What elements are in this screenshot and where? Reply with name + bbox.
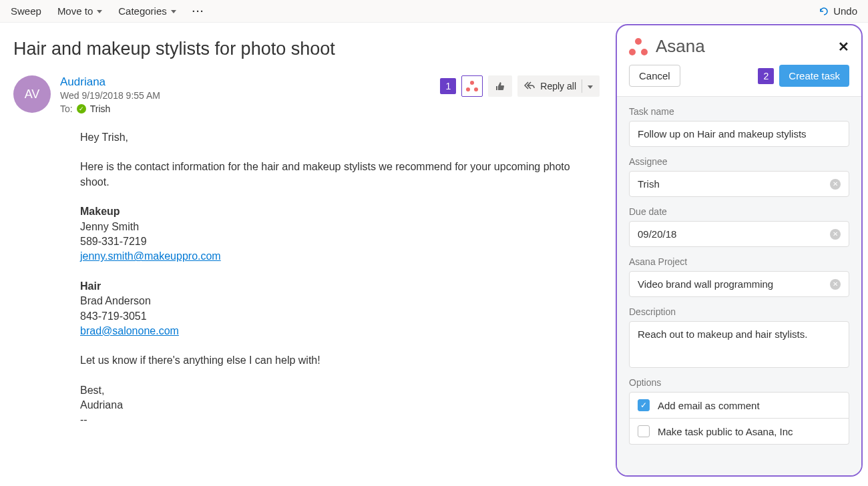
- assignee-value: Trish: [638, 178, 660, 190]
- like-button[interactable]: [488, 75, 512, 97]
- hair-heading: Hair: [80, 279, 600, 294]
- close-button[interactable]: ✕: [838, 39, 849, 55]
- email-subject: Hair and makeup stylists for photo shoot: [13, 39, 600, 59]
- project-value: Video brand wall programming: [638, 278, 773, 290]
- more-button[interactable]: ···: [192, 5, 205, 17]
- asana-panel-title: Asana: [656, 36, 705, 57]
- due-date-input[interactable]: 09/20/18 ✕: [629, 221, 849, 247]
- option-add-email[interactable]: ✓ Add email as comment: [629, 392, 849, 419]
- create-task-button[interactable]: Create task: [779, 65, 849, 87]
- asana-form: Task name Follow up on Hair and makeup s…: [617, 96, 861, 475]
- email-header: AV Audriana Wed 9/19/2018 9:55 AM To: ✓ …: [13, 75, 600, 114]
- asana-logo-icon: [629, 38, 648, 55]
- body-closing: Let us know if there's anything else I c…: [80, 353, 600, 368]
- body-intro: Here is the contact information for the …: [80, 160, 600, 190]
- reply-all-label: Reply all: [540, 81, 576, 91]
- reply-all-icon: [524, 81, 535, 91]
- hair-name: Brad Anderson: [80, 294, 600, 308]
- undo-label: Undo: [833, 5, 857, 17]
- description-input[interactable]: Reach out to makeup and hair stylists.: [629, 321, 849, 368]
- callout-badge-2: 2: [758, 68, 774, 84]
- sender-name[interactable]: Audriana: [60, 75, 160, 89]
- checkbox-icon[interactable]: [638, 425, 650, 437]
- signoff-best: Best,: [80, 383, 600, 398]
- thumbs-up-icon: [495, 81, 505, 91]
- checkbox-checked-icon[interactable]: ✓: [638, 399, 650, 411]
- clear-icon[interactable]: ✕: [830, 179, 841, 190]
- email-body: Hey Trish, Here is the contact informati…: [80, 130, 600, 428]
- chevron-down-icon: [171, 10, 176, 13]
- to-label: To:: [60, 103, 73, 114]
- due-date-value: 09/20/18: [638, 228, 676, 240]
- asana-addin-button[interactable]: [461, 75, 483, 97]
- task-name-label: Task name: [629, 106, 849, 117]
- move-to-button[interactable]: Move to: [57, 5, 102, 17]
- undo-icon: [819, 6, 829, 17]
- chevron-down-icon: [97, 10, 102, 13]
- project-input[interactable]: Video brand wall programming ✕: [629, 271, 849, 297]
- option-make-public-label: Make task public to Asana, Inc: [658, 426, 793, 437]
- to-line: To: ✓ Trish: [60, 103, 160, 114]
- sender-date: Wed 9/19/2018 9:55 AM: [60, 90, 160, 101]
- clear-icon[interactable]: ✕: [830, 279, 841, 290]
- clear-icon[interactable]: ✕: [830, 229, 841, 240]
- option-make-public[interactable]: Make task public to Asana, Inc: [629, 419, 849, 445]
- email-pane: Hair and makeup stylists for photo shoot…: [0, 23, 613, 482]
- categories-button[interactable]: Categories: [118, 5, 176, 17]
- reply-all-button[interactable]: Reply all: [517, 75, 600, 97]
- categories-label: Categories: [118, 5, 167, 17]
- cancel-button[interactable]: Cancel: [629, 65, 680, 87]
- asana-panel: Asana ✕ Cancel 2 Create task Task name F…: [616, 24, 863, 477]
- presence-icon: ✓: [77, 104, 86, 113]
- chevron-down-icon: [588, 85, 593, 89]
- options-label: Options: [629, 377, 849, 388]
- makeup-heading: Makeup: [80, 204, 600, 219]
- makeup-email-link[interactable]: jenny.smith@makeuppro.com: [80, 250, 221, 262]
- sweep-button[interactable]: Sweep: [11, 5, 41, 17]
- description-value: Reach out to makeup and hair stylists.: [638, 328, 807, 340]
- description-label: Description: [629, 306, 849, 317]
- move-to-label: Move to: [57, 5, 93, 17]
- task-name-input[interactable]: Follow up on Hair and makeup stylists: [629, 121, 849, 147]
- assignee-input[interactable]: Trish ✕: [629, 171, 849, 197]
- toolbar: Sweep Move to Categories ··· Undo: [0, 0, 868, 23]
- hair-email-link[interactable]: brad@salonone.com: [80, 325, 179, 336]
- due-date-label: Due date: [629, 206, 849, 217]
- assignee-label: Assignee: [629, 156, 849, 167]
- task-name-value: Follow up on Hair and makeup stylists: [638, 128, 807, 140]
- asana-logo-icon: [466, 81, 478, 91]
- undo-button[interactable]: Undo: [819, 5, 857, 17]
- hair-phone: 843-719-3051: [80, 309, 600, 324]
- body-greeting: Hey Trish,: [80, 130, 600, 145]
- asana-actions: Cancel 2 Create task: [617, 65, 861, 96]
- signature-sep: --: [80, 413, 600, 427]
- makeup-name: Jenny Smith: [80, 220, 600, 234]
- signoff-name: Audriana: [80, 398, 600, 413]
- avatar: AV: [13, 75, 51, 113]
- to-name: Trish: [90, 103, 111, 114]
- asana-panel-header: Asana ✕: [617, 25, 861, 65]
- option-add-email-label: Add email as comment: [658, 400, 760, 411]
- callout-badge-1: 1: [440, 78, 456, 94]
- makeup-phone: 589-331-7219: [80, 234, 600, 249]
- project-label: Asana Project: [629, 256, 849, 267]
